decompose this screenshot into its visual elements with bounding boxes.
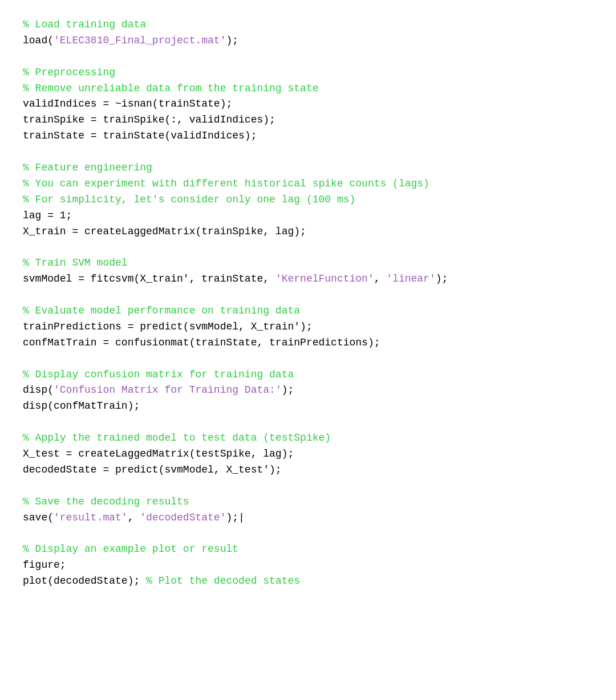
code-text: ,: [374, 273, 387, 284]
code-line: % Preprocessing: [23, 65, 593, 81]
code-line: load('ELEC3810_Final_project.mat');: [23, 33, 593, 49]
code-text: );|: [226, 512, 244, 523]
code-line: trainState = trainState(validIndices);: [23, 128, 593, 144]
code-text: plot(decodedState);: [23, 575, 146, 587]
code-text: disp(: [23, 384, 54, 396]
code-line: trainPredictions = predict(svmModel, X_t…: [23, 319, 593, 335]
code-line: % For simplicity, let's consider only on…: [23, 192, 593, 208]
code-line: [23, 351, 593, 367]
code-text: save(: [23, 512, 54, 523]
code-line: % Feature engineering: [23, 160, 593, 176]
code-line: disp('Confusion Matrix for Training Data…: [23, 382, 593, 398]
string-literal: 'KernelFunction': [275, 273, 374, 284]
code-line: lag = 1;: [23, 208, 593, 224]
comment-text: % Save the decoding results: [23, 496, 189, 507]
comment-text: % Display an example plot or result: [23, 543, 238, 555]
code-line: [23, 526, 593, 542]
comment-text: % Plot the decoded states: [146, 575, 300, 587]
code-line: save('result.mat', 'decodedState');|: [23, 510, 593, 526]
string-literal: 'decodedState': [140, 512, 226, 523]
code-text: svmModel = fitcsvm(X_train', trainState,: [23, 273, 275, 284]
code-line: % Save the decoding results: [23, 494, 593, 510]
comment-text: % Display confusion matrix for training …: [23, 369, 294, 380]
code-line: % Display confusion matrix for training …: [23, 367, 593, 383]
code-line: % You can experiment with different hist…: [23, 176, 593, 192]
code-text: );: [436, 273, 448, 284]
code-line: % Display an example plot or result: [23, 542, 593, 557]
code-line: % Evaluate model performance on training…: [23, 303, 593, 319]
comment-text: % You can experiment with different hist…: [23, 178, 429, 189]
code-line: % Train SVM model: [23, 255, 593, 271]
comment-text: % Remove unreliable data from the traini…: [23, 83, 318, 94]
code-line: figure;: [23, 557, 593, 573]
code-line: [23, 239, 593, 255]
comment-text: % Feature engineering: [23, 162, 152, 173]
code-line: [23, 144, 593, 160]
comment-text: % Load training data: [23, 19, 146, 30]
code-editor: % Load training dataload('ELEC3810_Final…: [23, 17, 593, 589]
code-line: [23, 478, 593, 494]
comment-text: % Evaluate model performance on training…: [23, 305, 300, 316]
code-line: X_test = createLaggedMatrix(testSpike, l…: [23, 446, 593, 462]
code-line: X_train = createLaggedMatrix(trainSpike,…: [23, 224, 593, 240]
code-text: );: [282, 384, 294, 396]
string-literal: 'result.mat': [54, 512, 128, 523]
code-text: load(: [23, 35, 54, 46]
code-line: [23, 287, 593, 303]
code-line: % Apply the trained model to test data (…: [23, 430, 593, 446]
code-line: [23, 414, 593, 430]
comment-text: % For simplicity, let's consider only on…: [23, 194, 355, 205]
code-line: % Load training data: [23, 17, 593, 33]
comment-text: % Train SVM model: [23, 257, 128, 268]
code-text: );: [226, 35, 238, 46]
code-line: % Remove unreliable data from the traini…: [23, 81, 593, 97]
code-line: decodedState = predict(svmModel, X_test'…: [23, 462, 593, 478]
string-literal: 'Confusion Matrix for Training Data:': [54, 384, 282, 396]
code-text: ,: [128, 512, 140, 523]
code-line: disp(confMatTrain);: [23, 398, 593, 414]
code-line: validIndices = ~isnan(trainState);: [23, 96, 593, 112]
code-line: plot(decodedState); % Plot the decoded s…: [23, 573, 593, 589]
string-literal: 'linear': [386, 273, 435, 284]
comment-text: % Preprocessing: [23, 67, 115, 78]
comment-text: % Apply the trained model to test data (…: [23, 432, 331, 443]
code-line: trainSpike = trainSpike(:, validIndices)…: [23, 112, 593, 128]
string-literal: 'ELEC3810_Final_project.mat': [54, 35, 226, 46]
code-line: svmModel = fitcsvm(X_train', trainState,…: [23, 271, 593, 287]
code-line: confMatTrain = confusionmat(trainState, …: [23, 335, 593, 351]
code-line: [23, 49, 593, 65]
